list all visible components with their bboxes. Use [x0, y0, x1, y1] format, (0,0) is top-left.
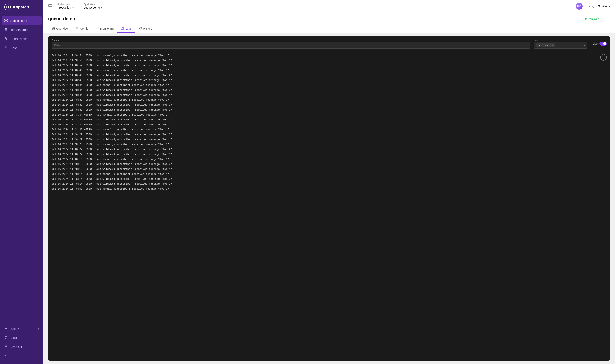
main-content: Environment Production ▾ Application que…: [43, 0, 615, 364]
svg-rect-12: [54, 27, 55, 28]
logs-panel: Search Pods queu...csclc ✕ ▾: [48, 36, 610, 361]
connections-icon: [4, 37, 8, 40]
log-line: Jul 16 2024 11:48:19 +0530 | sub wildcar…: [48, 167, 610, 172]
svg-rect-11: [52, 27, 53, 28]
svg-rect-18: [603, 56, 603, 58]
environment-value: Production: [57, 6, 71, 9]
environment-label: Environment: [57, 3, 74, 6]
log-line: Jul 16 2024 11:48:44 +0530 | sub wildcar…: [48, 93, 610, 98]
logs-tab-icon: [121, 27, 124, 30]
sidebar-infrastructure-label: Infrastructure: [10, 28, 28, 31]
sidebar-item-applications[interactable]: Applications: [2, 16, 42, 25]
admin-icon: [4, 327, 8, 331]
tab-history[interactable]: History: [136, 25, 156, 33]
monitor-icon: [48, 4, 52, 9]
search-group: Search: [52, 39, 531, 49]
logo[interactable]: Kapstan: [0, 0, 43, 14]
pods-selector[interactable]: queu...csclc ✕ ▾: [534, 42, 588, 49]
sidebar-help-label: Need help?: [10, 345, 25, 349]
topbar: Environment Production ▾ Application que…: [43, 0, 615, 12]
more-options-button[interactable]: ⋮: [604, 16, 610, 22]
application-selector[interactable]: Application queue-demo ▾: [84, 3, 102, 9]
sidebar: Kapstan Applications Infr: [0, 0, 43, 364]
log-line: Jul 16 2024 11:48:39 +0530 | sub wildcar…: [48, 103, 610, 107]
sidebar-item-connections[interactable]: Connections: [0, 34, 43, 43]
svg-rect-1: [6, 19, 7, 20]
pods-chevron-icon: ▾: [584, 44, 585, 47]
log-line: Jul 16 2024 11:48:09 +0530 | sub normal_…: [48, 186, 610, 192]
user-name: Kushagra Shukla: [585, 4, 607, 8]
log-line: Jul 16 2024 11:48:54 +0530 | sub normal_…: [48, 53, 610, 58]
log-line: Jul 16 2024 11:48:24 +0530 | sub wildcar…: [48, 152, 610, 157]
tab-config-label: Config: [80, 27, 88, 30]
svg-rect-19: [604, 56, 604, 58]
pods-group: Pods queu...csclc ✕ ▾: [534, 39, 588, 49]
tab-config[interactable]: Config: [72, 25, 92, 33]
sidebar-item-admin[interactable]: Admin ▾: [0, 324, 43, 333]
sidebar-bottom: Admin ▾ Docs Need help?: [0, 322, 43, 364]
deployed-dot: [585, 18, 587, 20]
svg-point-6: [5, 328, 7, 329]
deployed-label: Deployed: [588, 17, 599, 20]
avatar: KS: [576, 3, 583, 10]
pause-button[interactable]: [600, 54, 607, 61]
tab-logs-label: Logs: [125, 27, 132, 30]
sidebar-cost-label: Cost: [10, 46, 17, 50]
svg-rect-14: [54, 28, 55, 29]
sidebar-item-help[interactable]: Need help?: [0, 342, 43, 351]
svg-rect-13: [52, 28, 53, 29]
logs-body[interactable]: Jul 16 2024 11:48:54 +0530 | sub normal_…: [48, 52, 610, 361]
log-line: Jul 16 2024 11:48:14 +0530 | sub wildcar…: [48, 177, 610, 182]
pod-tag-text: queu...csclc: [538, 44, 551, 47]
sidebar-item-cost[interactable]: Cost: [0, 43, 43, 52]
svg-rect-3: [6, 21, 7, 22]
grid-icon: [4, 19, 8, 22]
application-label: Application: [84, 3, 102, 6]
svg-point-9: [6, 348, 6, 348]
application-value: queue-demo: [84, 6, 100, 9]
tab-monitoring[interactable]: Monitoring: [92, 25, 117, 33]
log-line: Jul 16 2024 11:48:39 +0530 | sub wildcar…: [48, 107, 610, 112]
page-title-row: queue-demo Deployed ⋮: [48, 16, 610, 22]
admin-chevron-icon: ▾: [38, 327, 39, 330]
log-line: Jul 16 2024 11:48:24 +0530 | sub wildcar…: [48, 147, 610, 152]
log-lines: Jul 16 2024 11:48:54 +0530 | sub normal_…: [48, 53, 610, 192]
sidebar-item-infrastructure[interactable]: Infrastructure: [0, 25, 43, 34]
logo-text: Kapstan: [13, 5, 29, 10]
tab-logs[interactable]: Logs: [117, 25, 135, 33]
sidebar-item-docs[interactable]: Docs: [0, 333, 43, 342]
config-tab-icon: [76, 27, 79, 30]
log-line: Jul 16 2024 11:48:19 +0530 | sub wildcar…: [48, 162, 610, 167]
tabs: Overview Config: [48, 25, 610, 33]
collapse-icon: «: [4, 353, 6, 358]
sidebar-collapse-btn[interactable]: «: [0, 351, 43, 360]
content-area: queue-demo Deployed ⋮: [43, 12, 615, 364]
search-input[interactable]: [52, 42, 531, 49]
log-line: Jul 16 2024 11:48:39 +0530 | sub normal_…: [48, 98, 610, 103]
live-toggle: Live: [592, 42, 607, 46]
log-line: Jul 16 2024 11:48:54 +0530 | sub wildcar…: [48, 58, 610, 63]
log-line: Jul 16 2024 11:48:49 +0530 | sub wildcar…: [48, 78, 610, 83]
live-toggle-switch[interactable]: [599, 42, 607, 46]
sidebar-nav: Applications Infrastructure Connections: [0, 14, 43, 322]
log-line: Jul 16 2024 11:48:34 +0530 | sub normal_…: [48, 112, 610, 117]
environment-selector[interactable]: Environment Production ▾: [57, 3, 74, 9]
help-icon: [4, 345, 8, 349]
page-header: queue-demo Deployed ⋮: [43, 12, 615, 33]
tab-overview[interactable]: Overview: [48, 25, 72, 33]
pod-tag-remove-button[interactable]: ✕: [552, 44, 554, 47]
pods-label: Pods: [534, 39, 588, 41]
svg-rect-0: [4, 19, 6, 20]
user-menu[interactable]: KS Kushagra Shukla ▾: [576, 3, 610, 10]
live-label: Live: [592, 42, 598, 45]
page-title-actions: Deployed ⋮: [582, 16, 610, 22]
sidebar-admin-label: Admin: [10, 327, 19, 331]
logo-icon: [4, 4, 11, 10]
topbar-divider: [79, 3, 79, 9]
environment-chevron-icon: ▾: [72, 6, 74, 9]
tab-history-label: History: [143, 27, 152, 30]
log-line: Jul 16 2024 11:48:19 +0530 | sub normal_…: [48, 157, 610, 162]
log-line: Jul 16 2024 11:48:14 +0530 | sub normal_…: [48, 172, 610, 177]
application-chevron-icon: ▾: [101, 6, 102, 9]
monitoring-tab-icon: [96, 27, 99, 30]
